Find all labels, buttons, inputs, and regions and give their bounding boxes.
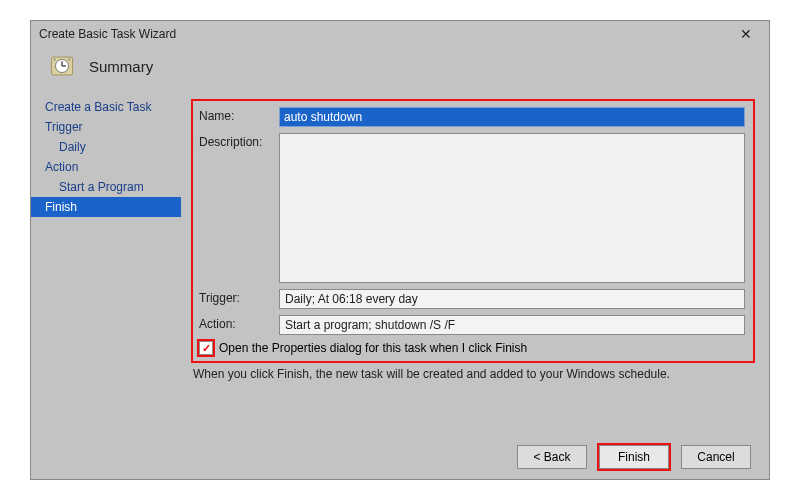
cancel-button[interactable]: Cancel <box>681 445 751 469</box>
highlight-box: Name: Description: Trigger: Daily; At 06… <box>191 99 755 363</box>
close-icon[interactable]: ✕ <box>731 26 761 42</box>
window-title: Create Basic Task Wizard <box>39 27 176 41</box>
back-button[interactable]: < Back <box>517 445 587 469</box>
svg-point-4 <box>54 59 56 61</box>
check-icon: ✓ <box>202 343 211 354</box>
wizard-window: Create Basic Task Wizard ✕ Summary Creat… <box>30 20 770 480</box>
description-input[interactable] <box>279 133 745 283</box>
wizard-header: Summary <box>31 47 769 93</box>
trigger-label: Trigger: <box>199 289 279 305</box>
clock-icon <box>49 53 75 79</box>
action-label: Action: <box>199 315 279 331</box>
name-label: Name: <box>199 107 279 123</box>
name-input[interactable] <box>279 107 745 127</box>
nav-start-program[interactable]: Start a Program <box>31 177 181 197</box>
nav-daily[interactable]: Daily <box>31 137 181 157</box>
titlebar: Create Basic Task Wizard ✕ <box>31 21 769 47</box>
nav-action[interactable]: Action <box>31 157 181 177</box>
nav-create-basic-task[interactable]: Create a Basic Task <box>31 97 181 117</box>
action-value: Start a program; shutdown /S /F <box>279 315 745 335</box>
finish-button[interactable]: Finish <box>599 445 669 469</box>
finish-note: When you click Finish, the new task will… <box>193 367 755 381</box>
svg-point-5 <box>68 59 70 61</box>
trigger-value: Daily; At 06:18 every day <box>279 289 745 309</box>
nav-trigger[interactable]: Trigger <box>31 117 181 137</box>
wizard-nav: Create a Basic Task Trigger Daily Action… <box>31 93 181 453</box>
open-properties-checkbox[interactable]: ✓ <box>199 341 213 355</box>
description-label: Description: <box>199 133 279 149</box>
nav-finish[interactable]: Finish <box>31 197 181 217</box>
wizard-buttons: < Back Finish Cancel <box>517 445 751 469</box>
open-properties-label: Open the Properties dialog for this task… <box>219 341 527 355</box>
page-title: Summary <box>89 58 153 75</box>
summary-panel: Name: Description: Trigger: Daily; At 06… <box>181 93 769 453</box>
